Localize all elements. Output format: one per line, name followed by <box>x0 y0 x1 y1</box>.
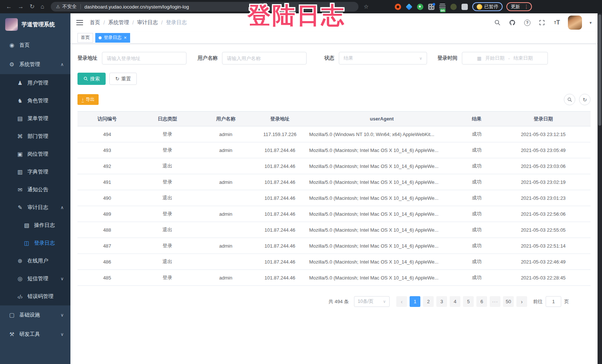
help-icon[interactable]: ? <box>523 19 531 26</box>
username-input[interactable] <box>222 52 307 64</box>
table-cell: admin <box>198 270 254 286</box>
table-cell: 485 <box>77 270 137 286</box>
login-address-input[interactable] <box>102 52 186 64</box>
sidebar-item-infra[interactable]: ▢基础设施∨ <box>0 305 70 325</box>
login-time-range-picker[interactable]: ▦ 开始日期 - 结束日期 <box>462 52 548 64</box>
prev-page-button[interactable]: ‹ <box>396 296 407 307</box>
export-button[interactable]: ↓ 导出 <box>77 94 99 105</box>
status-select[interactable]: 结果 ∨ <box>339 52 427 64</box>
pagination: 共 494 条 10条/页 ∨ ‹ 123456···50 › 前往 页 <box>77 296 591 307</box>
table-cell: 2021-05-03 23:01:23 <box>496 190 591 206</box>
table-row: 488退出101.87.244.46Mozilla/5.0 (Macintosh… <box>77 222 591 238</box>
search-button[interactable]: 搜索 <box>77 73 106 85</box>
table-cell: Mozilla/5.0 (Macintosh; Intel Mac OS X 1… <box>306 142 457 158</box>
page-button-2[interactable]: 2 <box>423 296 434 307</box>
user-avatar[interactable] <box>568 16 582 30</box>
table-row: 489登录admin101.87.244.46Mozilla/5.0 (Maci… <box>77 206 591 222</box>
avatar-caret-icon[interactable]: ▾ <box>589 20 592 25</box>
forward-icon[interactable]: → <box>18 4 24 10</box>
extension-list-icon[interactable]: on <box>439 4 446 10</box>
sidebar-item-depts[interactable]: ⌘部门管理 <box>0 128 70 145</box>
tag-login-log[interactable]: 登录日志 × <box>95 33 130 43</box>
goto-page-input[interactable] <box>546 296 561 307</box>
refresh-table-button[interactable]: ↻ <box>579 94 591 105</box>
reload-icon[interactable]: ↻ <box>30 4 34 10</box>
page-button-5[interactable]: 5 <box>463 296 474 307</box>
sidebar-item-error-code[interactable]: ‹/›错误码管理 <box>0 288 70 305</box>
sidebar-item-op-log[interactable]: ▧操作日志 <box>0 216 70 234</box>
back-icon[interactable]: ← <box>6 4 12 10</box>
breadcrumb-item[interactable]: 首页 <box>90 19 100 26</box>
column-header-6: 结果 <box>457 112 496 126</box>
page-ellipsis[interactable]: ··· <box>490 296 500 307</box>
toggle-search-button[interactable] <box>564 94 575 105</box>
table-tools: ↻ <box>564 94 591 105</box>
table-cell: 101.87.244.46 <box>254 206 306 222</box>
extension-gem-icon[interactable] <box>406 3 412 10</box>
audit-log-icon: ✎ <box>16 204 24 211</box>
home-icon[interactable]: ⌂ <box>40 4 44 10</box>
chevron-up-icon: ∧ <box>60 62 64 67</box>
sidebar-item-audit[interactable]: ✎审计日志∧ <box>0 199 70 216</box>
table-cell: 登录 <box>137 142 198 158</box>
paused-extension-pill[interactable]: 已暂停 <box>472 2 503 11</box>
refresh-icon: ↻ <box>583 97 587 103</box>
extension-orange-icon[interactable] <box>395 4 401 10</box>
screen: ← → ↻ ⌂ ⚠ 不安全 dashboard.yudao.iocoder.cn… <box>0 0 602 364</box>
table-cell: 退出 <box>137 222 198 238</box>
extension-olive-icon[interactable] <box>450 4 457 10</box>
sidebar-item-roles[interactable]: ♞角色管理 <box>0 92 70 110</box>
sidebar-item-users[interactable]: ♟用户管理 <box>0 74 70 92</box>
page-button-50[interactable]: 50 <box>503 296 514 307</box>
browser-scrollbar[interactable] <box>598 13 602 364</box>
extension-green-icon[interactable] <box>417 4 423 10</box>
page-button-1[interactable]: 1 <box>410 296 420 307</box>
sidebar-item-posts[interactable]: ▣岗位管理 <box>0 145 70 163</box>
bookmark-star-icon[interactable]: ☆ <box>364 3 368 10</box>
extensions-puzzle-icon[interactable] <box>462 4 468 10</box>
sidebar-item-system[interactable]: ⚙系统管理∧ <box>0 55 70 74</box>
sidebar-item-label: 错误码管理 <box>27 293 53 300</box>
page-button-3[interactable]: 3 <box>436 296 447 307</box>
browser-update-button[interactable]: 更新 ⋮ <box>506 2 532 11</box>
column-header-1: 访问编号 <box>77 112 137 126</box>
status-label: 状态 <box>324 55 334 62</box>
login-log-table: 访问编号日志类型用户名称登录地址userAgent结果登录日期 494登录adm… <box>77 111 591 286</box>
page-button-6[interactable]: 6 <box>476 296 487 307</box>
scrollbar-thumb[interactable] <box>598 14 601 126</box>
emoji-face-icon <box>477 4 482 10</box>
sidebar-item-dict[interactable]: ▥字典管理 <box>0 163 70 181</box>
announcement-icon: ✉ <box>16 186 24 193</box>
sidebar-item-home[interactable]: ◉首页 <box>0 36 70 55</box>
github-icon[interactable] <box>509 19 516 26</box>
close-icon[interactable]: × <box>124 35 127 40</box>
page-button-4[interactable]: 4 <box>450 296 460 307</box>
sidebar-item-login-log[interactable]: ◫登录日志 <box>0 234 70 252</box>
breadcrumb-item[interactable]: 审计日志 <box>137 19 158 26</box>
search-icon[interactable] <box>494 19 501 26</box>
breadcrumb-item[interactable]: 系统管理 <box>108 19 129 26</box>
sidebar-item-notice[interactable]: ✉通知公告 <box>0 181 70 199</box>
table-cell: 2021-05-03 23:03:06 <box>496 158 591 174</box>
column-header-5: userAgent <box>306 112 457 126</box>
table-cell: 101.87.244.46 <box>254 270 306 286</box>
status-placeholder: 结果 <box>344 55 353 62</box>
font-size-icon[interactable]: TT <box>553 19 560 26</box>
sidebar-logo-row[interactable]: 芋道管理系统 <box>0 13 70 36</box>
sidebar-item-sms[interactable]: ◎短信管理∨ <box>0 270 70 288</box>
extension-grid-icon[interactable] <box>428 4 434 10</box>
next-page-button[interactable]: › <box>516 296 527 307</box>
table-cell: 成功 <box>457 254 496 270</box>
hamburger-icon[interactable] <box>76 20 83 25</box>
page-size-select[interactable]: 10条/页 ∨ <box>354 296 390 307</box>
menu-list-icon: ▤ <box>16 115 24 122</box>
sidebar-item-menus[interactable]: ▤菜单管理 <box>0 110 70 128</box>
browser-menu-icon[interactable]: ⋮ <box>524 4 529 10</box>
fullscreen-icon[interactable] <box>538 19 546 26</box>
goto-label: 前往 <box>533 298 543 305</box>
tag-home[interactable]: 首页 <box>77 33 93 43</box>
table-cell: 491 <box>77 174 137 190</box>
sidebar-item-devtools[interactable]: ⚒研发工具∨ <box>0 325 70 344</box>
sidebar-item-online[interactable]: ⊛在线用户 <box>0 252 70 270</box>
reset-button[interactable]: ↻ 重置 <box>109 73 137 85</box>
